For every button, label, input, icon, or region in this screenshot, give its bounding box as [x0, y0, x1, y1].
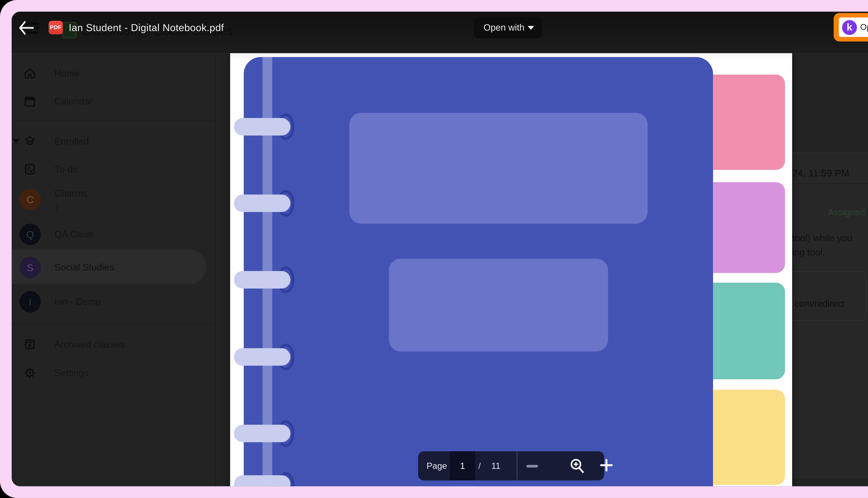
zoom-in-button[interactable]: [600, 459, 613, 471]
gear-icon: [24, 367, 36, 379]
sidebar-item-label: Home: [54, 67, 80, 79]
ghost-instructions-line1: tool) while you: [792, 233, 852, 243]
divider: [517, 451, 517, 481]
notebook-title-block: [349, 113, 648, 224]
sidebar-item-label: QA Class: [54, 228, 94, 240]
sidebar-item-settings: Settings: [12, 362, 215, 384]
pdf-file-icon: PDF: [49, 21, 63, 34]
binder-pill: [234, 425, 291, 442]
page-total: 11: [491, 451, 500, 481]
notebook-tab-yellow: [713, 390, 785, 485]
archive-icon: [24, 338, 36, 350]
sidebar-item-home: Home: [12, 62, 215, 84]
page-number-input[interactable]: 1: [450, 451, 475, 481]
page-label: Page: [427, 451, 447, 481]
zoom-magnifier-icon[interactable]: [569, 458, 585, 474]
open-with-dropdown[interactable]: Open with: [474, 17, 542, 38]
avatar: Q: [19, 223, 41, 245]
annotation-highlight-box: k Open with Kami: [833, 13, 868, 41]
open-with-kami-button[interactable]: k Open with Kami: [839, 17, 868, 37]
notebook-tab-pink: [713, 75, 785, 170]
page-controls: Page 1 / 11: [418, 451, 604, 481]
chevron-down-icon: [528, 26, 534, 30]
sidebar-item-label: Settings: [54, 367, 89, 379]
status-badge: Assigned: [828, 207, 865, 217]
file-title: Ian Student - Digital Notebook.pdf: [69, 21, 224, 35]
ghost-instructions-line2: ing tool.: [792, 247, 825, 258]
binder-pill: [234, 195, 291, 212]
notebook-tab-purple: [713, 182, 785, 273]
avatar: C: [19, 189, 41, 210]
ghost-sidebar-border: [215, 54, 216, 486]
ghost-due-date: 24, 11:59 PM: [792, 167, 849, 178]
open-with-kami-label: Open with Kami: [860, 17, 868, 37]
sidebar-divider: [12, 324, 215, 325]
screenshot-stage: Home Calendar Enrolled To-do C Charms 7: [0, 0, 868, 498]
back-button[interactable]: [17, 19, 36, 37]
avatar: I: [19, 291, 41, 312]
notebook-subtitle-block: [389, 259, 608, 352]
calendar-icon: [24, 95, 36, 107]
app-window: Home Calendar Enrolled To-do C Charms 7: [12, 12, 868, 486]
binder-pill: [234, 118, 291, 135]
home-icon: [24, 67, 36, 79]
notebook-cover-illustration: [244, 57, 713, 486]
sidebar-item-social-studies: S Social Studies: [12, 256, 215, 278]
sidebar-item-qa-class: Q QA Class: [12, 223, 215, 245]
sidebar-item-enrolled: Enrolled: [12, 130, 215, 153]
sidebar-item-archived: Archived classes: [12, 333, 215, 355]
sidebar-item-label: Social Studies: [54, 261, 114, 273]
pdf-page: [230, 48, 792, 486]
ghost-attachment-link: com/redirect: [795, 298, 845, 309]
sidebar-item-label: To-do: [54, 163, 78, 175]
sidebar-item-ian-demo: I Ian - Demo: [12, 290, 215, 313]
sidebar-item-label: Enrolled: [54, 135, 89, 147]
todo-list-icon: [24, 163, 36, 175]
notebook-tab-teal: [713, 283, 785, 379]
sidebar-item-label: Archived classes: [54, 338, 125, 350]
sidebar-item-charms: C Charms 7: [12, 184, 215, 215]
sidebar-item-calendar: Calendar: [12, 90, 215, 112]
sidebar-item-todo: To-do: [12, 158, 215, 180]
binder-pill: [234, 348, 291, 366]
sidebar-item-sublabel: 7: [54, 201, 59, 213]
binder-pill: [234, 271, 291, 289]
sidebar-divider: [12, 120, 215, 121]
sidebar-item-label: Ian - Demo: [54, 296, 101, 307]
sidebar-item-label: Calendar: [54, 95, 93, 107]
sidebar-item-label: Charms: [54, 187, 88, 199]
open-with-label: Open with: [484, 17, 524, 38]
page-separator: /: [478, 451, 481, 481]
ghost-card-divider: [785, 184, 868, 184]
graduation-cap-icon: [24, 135, 36, 147]
avatar: S: [19, 257, 41, 278]
zoom-out-button[interactable]: [526, 465, 538, 467]
ghost-attachment-card: com/redirect: [782, 271, 866, 321]
kami-logo-icon: k: [842, 20, 857, 35]
binder-pill: [234, 475, 291, 486]
